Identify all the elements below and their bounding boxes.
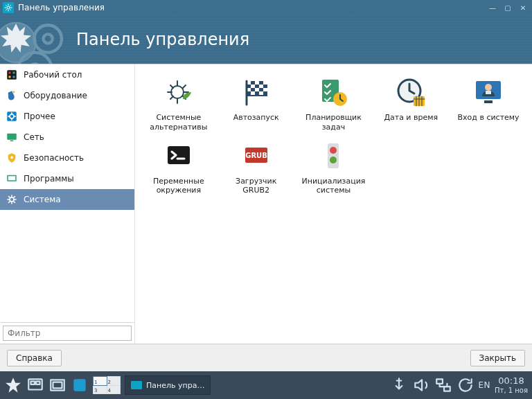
tile-envvars[interactable]: Переменные окружения [142, 139, 215, 196]
files-button[interactable] [71, 376, 89, 394]
tile-label: Системные альтернативы [144, 113, 213, 132]
tile-label: Загрузчик GRUB2 [222, 177, 291, 196]
sidebar-item-label: Сеть [24, 132, 44, 142]
svg-rect-9 [13, 72, 15, 74]
usb-tray-icon[interactable] [390, 376, 408, 394]
tile-label: Вход в систему [458, 113, 520, 123]
terminal-icon [162, 139, 195, 172]
tile-label: Планировщик задач [299, 113, 368, 132]
sidebar-item-desktop[interactable]: Рабочий стол [0, 64, 134, 85]
workspace-4[interactable]: 4 [107, 386, 121, 394]
task-app-icon [131, 381, 142, 389]
sidebar-item-label: Программы [24, 174, 74, 184]
clock-date: Пт, 1 ноя [495, 387, 528, 395]
tile-login[interactable]: Вход в систему [452, 76, 525, 132]
close-button[interactable]: Закрыть [470, 350, 525, 366]
app-icon [3, 2, 14, 13]
svg-point-4 [44, 34, 53, 43]
svg-rect-26 [251, 85, 255, 88]
titlebar: Панель управления — ▢ ✕ [0, 0, 532, 15]
tile-scheduler[interactable]: Планировщик задач [297, 76, 371, 132]
sidebar-item-network[interactable]: Сеть [0, 127, 134, 148]
tile-label: Переменные окружения [144, 177, 213, 196]
svg-rect-8 [9, 72, 11, 74]
main-content: Системные альтернативыАвтозапускПланиров… [135, 64, 532, 344]
svg-point-12 [13, 91, 15, 93]
taskbar: 1 2 3 4 Панель упра… EN 00:18 Пт, 1 ноя [0, 371, 532, 399]
clock-time: 00:18 [495, 376, 528, 387]
sidebar-item-label: Оборудование [24, 91, 87, 100]
volume-tray-icon[interactable] [412, 376, 430, 394]
svg-rect-42 [484, 100, 493, 103]
network-tray-icon[interactable] [434, 376, 452, 394]
svg-point-49 [330, 147, 337, 154]
sidebar-item-hardware[interactable]: Оборудование [0, 85, 134, 106]
svg-text:GRUB: GRUB [245, 152, 267, 159]
svg-rect-19 [8, 176, 16, 180]
package-icon [6, 172, 18, 185]
sidebar-item-other[interactable]: Прочее [0, 106, 134, 127]
svg-rect-24 [255, 81, 259, 85]
maximize-button[interactable]: ▢ [502, 3, 514, 12]
updates-tray-icon[interactable] [456, 376, 475, 394]
task-label: Панель упра… [146, 381, 204, 390]
workspace-2[interactable]: 2 [107, 377, 121, 385]
show-desktop-button[interactable] [26, 376, 44, 394]
svg-point-0 [7, 6, 10, 9]
mouse-icon [6, 89, 18, 102]
sidebar-item-label: Рабочий стол [24, 70, 82, 80]
keyboard-layout-indicator[interactable]: EN [479, 380, 491, 390]
sidebar-item-system[interactable]: Система [0, 189, 134, 210]
monitor-icon [6, 131, 18, 143]
minimize-button[interactable]: — [486, 3, 499, 12]
gear-leaf-icon [162, 76, 195, 109]
svg-rect-25 [263, 81, 267, 85]
sidebar: Рабочий столОборудованиеПрочееСетьБезопа… [0, 64, 135, 344]
taskbar-task-control-center[interactable]: Панель упра… [125, 375, 211, 395]
sidebar-item-label: Система [24, 195, 61, 204]
tile-label: Дата и время [384, 113, 438, 123]
workspace-1[interactable]: 1 [94, 377, 107, 385]
banner-gear-icon [0, 15, 69, 64]
clock[interactable]: 00:18 Пт, 1 ноя [495, 376, 528, 394]
sidebar-item-label: Прочее [24, 112, 55, 121]
tile-init[interactable]: Инициализация системы [297, 139, 371, 196]
window-list-button[interactable] [48, 376, 66, 394]
gear-box-icon [6, 110, 18, 123]
svg-rect-53 [31, 382, 35, 384]
workspace-pager[interactable]: 1 2 3 4 [93, 376, 121, 394]
tile-grub2[interactable]: GRUBЗагрузчик GRUB2 [220, 139, 293, 196]
control-center-window: Панель управления — ▢ ✕ Панель управлени… [0, 0, 532, 371]
close-window-button[interactable]: ✕ [517, 3, 529, 12]
checkered-flag-icon [240, 76, 273, 109]
tile-datetime[interactable]: Дата и время [374, 76, 447, 132]
svg-rect-32 [259, 91, 263, 95]
login-screen-icon [472, 76, 505, 109]
tile-label: Инициализация системы [299, 177, 368, 196]
svg-rect-10 [9, 76, 11, 78]
workspace-3[interactable]: 3 [94, 386, 107, 394]
filter-input[interactable] [3, 326, 132, 341]
svg-rect-44 [486, 91, 491, 94]
svg-rect-11 [13, 76, 15, 78]
tile-alternatives[interactable]: Системные альтернативы [142, 76, 215, 132]
svg-rect-29 [255, 88, 259, 91]
bottom-bar: Справка Закрыть [0, 344, 532, 371]
svg-rect-54 [36, 382, 39, 384]
sidebar-item-security[interactable]: Безопасность [0, 148, 134, 168]
svg-point-20 [10, 197, 14, 202]
page-title: Панель управления [76, 30, 249, 49]
sidebar-item-programs[interactable]: Программы [0, 168, 134, 189]
checklist-clock-icon [317, 76, 350, 109]
svg-rect-7 [7, 70, 17, 80]
header-banner: Панель управления [0, 15, 532, 64]
svg-rect-57 [73, 379, 85, 391]
svg-rect-27 [259, 85, 263, 88]
svg-marker-51 [6, 378, 21, 393]
svg-point-43 [485, 84, 492, 91]
tile-autostart[interactable]: Автозапуск [220, 76, 293, 132]
traffic-light-icon [317, 139, 350, 172]
start-menu-button[interactable] [4, 376, 22, 394]
svg-rect-31 [251, 91, 255, 95]
help-button[interactable]: Справка [7, 350, 62, 366]
